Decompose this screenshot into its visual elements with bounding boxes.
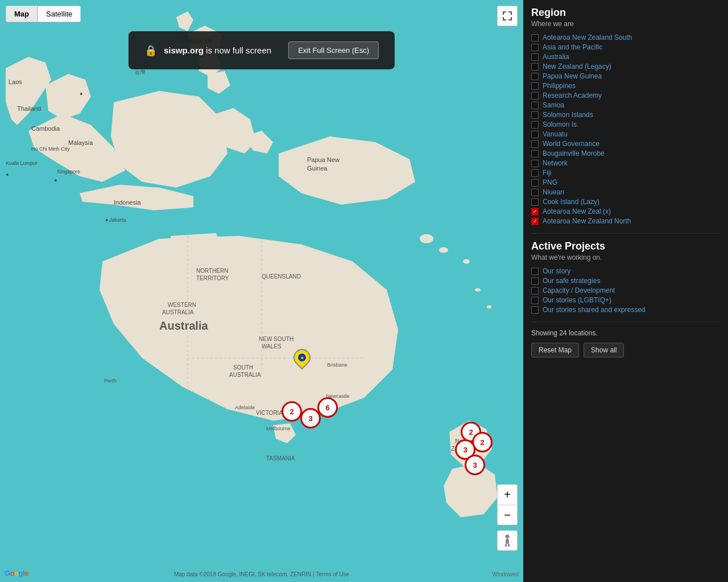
region-link-15[interactable]: PNG	[543, 178, 557, 186]
svg-text:Brisbane: Brisbane	[327, 362, 348, 368]
show-all-button[interactable]: Show all	[584, 343, 624, 357]
region-link-16[interactable]: Niuean	[543, 188, 564, 196]
region-link-5[interactable]: Philippines	[543, 82, 576, 90]
svg-text:AUSTRALIA: AUSTRALIA	[229, 372, 261, 378]
svg-text:Ho Chi Minh City: Ho Chi Minh City	[31, 146, 70, 152]
region-item-6: Research Academy	[531, 92, 720, 99]
region-checkbox-11[interactable]	[531, 140, 539, 148]
svg-point-5	[487, 305, 491, 309]
exit-fullscreen-button[interactable]: Exit Full Screen (Esc)	[288, 41, 379, 59]
region-checkbox-15[interactable]	[531, 179, 539, 186]
region-link-17[interactable]: Cook Island (Lazy)	[543, 198, 599, 206]
region-checkbox-1[interactable]	[531, 44, 539, 51]
svg-text:VICTORIA: VICTORIA	[256, 410, 283, 416]
region-link-19[interactable]: Aotearoa New Zealand North	[543, 217, 631, 225]
region-link-4[interactable]: Papua New Guinea	[543, 72, 602, 80]
cluster-marker-3[interactable]: 6	[317, 397, 338, 418]
project-link-4[interactable]: Our stories shared and expressed	[543, 306, 646, 314]
region-link-6[interactable]: Research Academy	[543, 92, 602, 99]
region-checkbox-4[interactable]	[531, 73, 539, 80]
region-link-13[interactable]: Network	[543, 159, 568, 167]
map-button[interactable]: Map	[6, 6, 38, 22]
svg-text:●: ●	[80, 91, 82, 97]
map-area: Laos Thailand Cambodia Malaysia Kuala Lu…	[0, 0, 523, 582]
project-link-0[interactable]: Our story	[543, 267, 570, 275]
svg-text:TERRITORY: TERRITORY	[196, 275, 229, 281]
region-checkbox-18[interactable]	[531, 208, 539, 215]
active-projects-title: Active Projects	[531, 240, 720, 252]
svg-rect-50	[505, 544, 507, 547]
region-checkbox-19[interactable]	[531, 218, 539, 225]
region-checkbox-13[interactable]	[531, 160, 539, 167]
region-link-14[interactable]: Fiji	[543, 169, 551, 177]
region-checkbox-2[interactable]	[531, 53, 539, 61]
project-checkbox-2[interactable]	[531, 287, 539, 294]
svg-text:Malaysia: Malaysia	[68, 139, 93, 146]
region-link-12[interactable]: Bougainville Morobe	[543, 149, 605, 157]
svg-text:Indonesia: Indonesia	[114, 199, 142, 206]
region-checkbox-0[interactable]	[531, 34, 539, 41]
region-item-2: Australia	[531, 53, 720, 61]
region-link-3[interactable]: New Zealand (Legacy)	[543, 63, 611, 70]
region-item-15: PNG	[531, 178, 720, 186]
cluster-count-3[interactable]: 6	[317, 397, 338, 418]
region-link-9[interactable]: Solomon Is.	[543, 120, 578, 128]
region-checkbox-14[interactable]	[531, 169, 539, 177]
region-checkbox-17[interactable]	[531, 198, 539, 206]
zoom-out-button[interactable]: −	[497, 505, 518, 525]
region-checkbox-7[interactable]	[531, 102, 539, 109]
region-link-8[interactable]: Solomon Islands	[543, 111, 593, 119]
region-checkbox-10[interactable]	[531, 131, 539, 138]
region-checkbox-12[interactable]	[531, 150, 539, 157]
cluster-marker-7[interactable]: 3	[465, 455, 485, 475]
region-link-18[interactable]: Aotearoa New Zeal (x)	[543, 207, 611, 215]
zoom-in-button[interactable]: +	[497, 484, 518, 505]
map-attribution: Map data ©2018 Google, INEGI, SK telecom…	[174, 571, 349, 577]
project-link-1[interactable]: Our safe strategies	[543, 277, 600, 285]
region-link-2[interactable]: Australia	[543, 53, 569, 61]
svg-rect-49	[506, 539, 509, 544]
region-checkbox-9[interactable]	[531, 121, 539, 128]
pegman-button[interactable]	[497, 530, 518, 551]
project-checkbox-3[interactable]	[531, 297, 539, 304]
region-link-0[interactable]: Aotearoa New Zealand South	[543, 34, 632, 41]
region-item-7: Samoa	[531, 101, 720, 109]
cluster-count-7[interactable]: 3	[465, 455, 485, 475]
region-checkbox-5[interactable]	[531, 82, 539, 90]
reset-map-button[interactable]: Reset Map	[531, 343, 579, 357]
project-link-2[interactable]: Capacity / Development	[543, 286, 615, 294]
notification-message: is now full screen	[204, 45, 271, 55]
region-item-13: Network	[531, 159, 720, 167]
region-checkbox-8[interactable]	[531, 111, 539, 119]
region-checkbox-3[interactable]	[531, 63, 539, 70]
region-subtitle: Where we are	[531, 20, 720, 28]
single-pin-marker[interactable]: ★	[293, 348, 311, 372]
satellite-button[interactable]: Satellite	[38, 6, 81, 22]
svg-text:Cambodia: Cambodia	[31, 125, 60, 132]
region-item-10: Vanuatu	[531, 130, 720, 138]
divider-1	[531, 233, 720, 234]
windowed-badge: Windowed	[492, 571, 519, 577]
region-checkbox-6[interactable]	[531, 92, 539, 99]
showing-text: Showing 24 locations.	[531, 329, 720, 337]
project-checkbox-4[interactable]	[531, 306, 539, 314]
region-item-17: Cook Island (Lazy)	[531, 198, 720, 206]
project-link-3[interactable]: Our stories (LGBTIQ+)	[543, 296, 611, 304]
svg-point-48	[506, 535, 510, 539]
project-checkbox-0[interactable]	[531, 268, 539, 275]
cluster-count-1[interactable]: 2	[282, 401, 302, 422]
region-link-11[interactable]: World Governance	[543, 140, 599, 148]
svg-text:Australia: Australia	[159, 319, 208, 332]
svg-text:QUEENSLAND: QUEENSLAND	[262, 273, 301, 280]
active-projects-subtitle: What we're working on.	[531, 253, 720, 261]
region-link-1[interactable]: Asia and the Pacific	[543, 43, 602, 51]
fullscreen-button[interactable]	[497, 6, 518, 26]
svg-text:WALES: WALES	[262, 343, 282, 350]
cluster-marker-1[interactable]: 2	[282, 401, 302, 422]
region-link-7[interactable]: Samoa	[543, 101, 564, 109]
region-list: Aotearoa New Zealand South Asia and the …	[531, 34, 720, 225]
map-type-controls: Map Satellite	[6, 6, 81, 22]
region-link-10[interactable]: Vanuatu	[543, 130, 568, 138]
region-checkbox-16[interactable]	[531, 189, 539, 196]
project-checkbox-1[interactable]	[531, 277, 539, 285]
